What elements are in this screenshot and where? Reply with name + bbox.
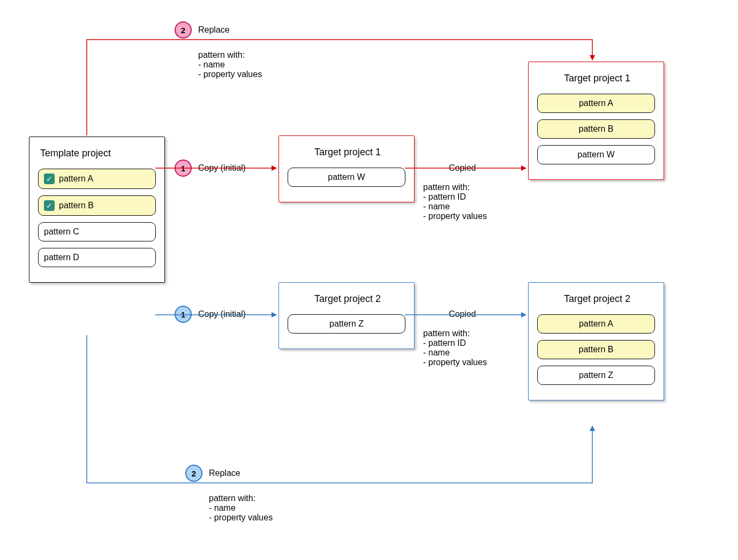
pattern-label: pattern Z xyxy=(329,319,364,329)
pattern-label: pattern Z xyxy=(579,370,613,380)
pattern-label: pattern B xyxy=(59,201,94,210)
pattern-item: pattern Z xyxy=(537,366,655,385)
replace-detail-top: pattern with: - name - property values xyxy=(198,50,262,79)
pattern-item: pattern B xyxy=(537,340,655,359)
pattern-item: pattern A xyxy=(537,314,655,334)
pattern-label: pattern B xyxy=(579,345,614,354)
pattern-label: pattern A xyxy=(579,319,613,329)
copied-detail-blue: pattern with: - pattern ID - name - prop… xyxy=(423,329,487,367)
pattern-label: pattern B xyxy=(579,124,614,134)
step-badge-1-red: 1 xyxy=(175,160,192,177)
replace-label-bottom: Replace xyxy=(209,468,240,478)
step-badge-2-top: 2 xyxy=(175,21,192,39)
pattern-item: pattern W xyxy=(537,145,655,164)
copy-label-red: Copy (initial) xyxy=(198,163,246,173)
target2-final-title: Target project 2 xyxy=(539,293,655,305)
target2-title: Target project 2 xyxy=(290,293,405,305)
target2-initial-box: Target project 2 pattern Z xyxy=(278,282,415,349)
target1-title: Target project 1 xyxy=(290,147,405,158)
copied-label-blue: Copied xyxy=(449,309,476,319)
step-badge-1-blue: 1 xyxy=(175,306,192,323)
pattern-item: ✓ pattern B xyxy=(38,195,156,216)
pattern-label: pattern C xyxy=(44,227,79,237)
pattern-item: pattern W xyxy=(288,168,405,187)
pattern-label: pattern A xyxy=(579,99,613,108)
target1-final-box: Target project 1 pattern A pattern B pat… xyxy=(528,62,664,180)
target1-initial-box: Target project 1 pattern W xyxy=(278,135,415,202)
pattern-item: pattern A xyxy=(537,94,655,113)
pattern-label: pattern D xyxy=(44,253,79,262)
target1-final-title: Target project 1 xyxy=(539,73,655,84)
pattern-label: pattern W xyxy=(577,150,614,160)
step-badge-2-bottom: 2 xyxy=(185,465,202,482)
pattern-item: ✓ pattern A xyxy=(38,169,156,189)
template-project-box: Template project ✓ pattern A ✓ pattern B… xyxy=(29,137,165,283)
pattern-label: pattern W xyxy=(328,172,365,182)
target2-final-box: Target project 2 pattern A pattern B pat… xyxy=(528,282,664,400)
checkmark-icon: ✓ xyxy=(44,173,55,184)
copied-label-red: Copied xyxy=(449,163,476,173)
checkmark-icon: ✓ xyxy=(44,200,55,211)
pattern-item: pattern D xyxy=(38,248,156,267)
pattern-item: pattern C xyxy=(38,222,156,241)
pattern-label: pattern A xyxy=(59,174,93,184)
replace-label-top: Replace xyxy=(198,25,230,35)
copied-detail-red: pattern with: - pattern ID - name - prop… xyxy=(423,183,487,221)
copy-label-blue: Copy (initial) xyxy=(198,309,246,319)
pattern-item: pattern B xyxy=(537,119,655,139)
replace-detail-bottom: pattern with: - name - property values xyxy=(209,494,273,523)
template-title: Template project xyxy=(40,148,156,159)
pattern-item: pattern Z xyxy=(288,314,405,334)
